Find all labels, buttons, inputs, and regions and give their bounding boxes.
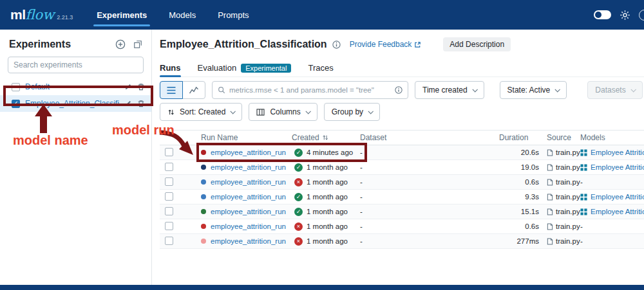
run-duration: 0.6s — [491, 178, 543, 186]
provide-feedback-link[interactable]: Provide Feedback — [350, 40, 422, 49]
table-row[interactable]: employee_attrition_run ✓ 1 month ago - 1… — [160, 160, 644, 175]
run-source[interactable]: train.py — [543, 178, 580, 186]
runs-table-header: Run Name Created Dataset Duration Source… — [160, 130, 644, 145]
sort-dropdown[interactable]: Sort: Created — [160, 103, 242, 121]
run-source[interactable]: train.py — [543, 163, 580, 171]
run-source[interactable]: train.py — [543, 222, 580, 230]
columns-dropdown[interactable]: Columns — [249, 103, 317, 121]
sort-arrows-icon — [167, 109, 175, 116]
add-description-button[interactable]: Add Description — [443, 37, 511, 51]
experiment-name[interactable]: Default — [25, 82, 119, 91]
create-experiment-icon[interactable] — [115, 39, 126, 50]
chart-view-button[interactable] — [182, 81, 205, 99]
row-checkbox[interactable] — [165, 192, 173, 201]
run-source[interactable]: train.py — [543, 149, 580, 156]
chevron-down-icon — [231, 109, 236, 114]
tab-runs[interactable]: Runs — [160, 59, 181, 77]
experiment-checkbox[interactable] — [12, 83, 20, 91]
run-dataset: - — [356, 222, 491, 230]
help-icon[interactable] — [639, 10, 644, 21]
header-dataset[interactable]: Dataset — [356, 133, 491, 142]
nav-tab-prompts[interactable]: Prompts — [207, 0, 260, 30]
run-source-label: train.py — [556, 163, 580, 171]
settings-gear-icon[interactable] — [620, 10, 630, 21]
table-row[interactable]: employee_attrition_run × 1 month ago - 0… — [160, 175, 644, 190]
header-source[interactable]: Source — [543, 133, 580, 142]
run-dataset: - — [356, 193, 491, 201]
run-duration: 15.1s — [491, 208, 543, 215]
source-file-icon — [547, 149, 553, 156]
run-models: - — [580, 178, 644, 186]
source-file-icon — [547, 208, 553, 215]
info-icon[interactable] — [332, 41, 341, 49]
tab-evaluation[interactable]: Evaluation Experimental — [198, 59, 292, 77]
tab-traces[interactable]: Traces — [308, 59, 333, 77]
run-name-link[interactable]: employee_attrition_run — [211, 193, 286, 201]
chevron-down-icon — [555, 87, 560, 92]
runs-table: Run Name Created Dataset Duration Source… — [160, 130, 644, 249]
row-checkbox[interactable] — [165, 177, 173, 186]
run-name-link[interactable]: employee_attrition_run — [211, 237, 286, 245]
run-name-link[interactable]: employee_attrition_run — [211, 163, 286, 171]
edit-pencil-icon[interactable] — [124, 100, 132, 107]
row-checkbox[interactable] — [165, 237, 173, 245]
model-version-link[interactable]: Employee Attrition Mod — [591, 208, 644, 215]
list-view-button[interactable] — [160, 81, 183, 99]
model-version-link[interactable]: Employee Attrition Mod — [591, 193, 644, 201]
delete-trash-icon[interactable] — [137, 83, 145, 91]
header-duration[interactable]: Duration — [491, 133, 543, 142]
run-source[interactable]: train.py — [543, 237, 580, 245]
run-name-link[interactable]: employee_attrition_run — [211, 149, 286, 156]
logo-ml-text: ml — [10, 7, 26, 23]
run-name-link[interactable]: employee_attrition_run — [211, 208, 286, 215]
run-name-link[interactable]: employee_attrition_run — [211, 178, 286, 186]
state-dropdown[interactable]: State: Active — [500, 81, 567, 99]
experiment-item-default[interactable]: Default — [0, 78, 151, 95]
page-title: Employee_Attrition_Classification — [160, 39, 327, 50]
run-name-link[interactable]: employee_attrition_run — [211, 222, 286, 230]
tab-evaluation-label: Evaluation — [198, 63, 237, 73]
run-source-label: train.py — [556, 149, 580, 156]
row-checkbox[interactable] — [165, 207, 173, 215]
edit-pencil-icon[interactable] — [124, 83, 132, 91]
provide-feedback-label: Provide Feedback — [350, 40, 412, 49]
run-models: - — [580, 222, 644, 230]
time-created-dropdown[interactable]: Time created — [415, 81, 484, 99]
datasets-dropdown[interactable]: Datasets — [587, 81, 642, 99]
header-run-name[interactable]: Run Name — [198, 133, 292, 142]
runs-search-input[interactable] — [229, 86, 391, 94]
mlflow-logo[interactable]: mlflow 2.21.3 — [10, 7, 73, 23]
experiment-checkbox[interactable] — [12, 100, 20, 108]
row-checkbox[interactable] — [165, 163, 173, 171]
model-version-link[interactable]: Employee Attrition Mod — [591, 149, 644, 156]
group-by-dropdown[interactable]: Group by — [324, 103, 380, 121]
run-source[interactable]: train.py — [543, 193, 580, 201]
experiment-search-input[interactable] — [14, 60, 138, 69]
header-created[interactable]: Created — [292, 133, 356, 142]
nav-tab-models[interactable]: Models — [158, 0, 207, 30]
table-row[interactable]: employee_attrition_run ✓ 1 month ago - 1… — [160, 204, 644, 219]
theme-toggle[interactable] — [594, 10, 611, 19]
table-row[interactable]: employee_attrition_run ✓ 1 month ago - 9… — [160, 190, 644, 204]
experiment-item-employee-attrition[interactable]: Employee_Attrition_Classification — [0, 95, 151, 112]
source-file-icon — [547, 238, 553, 245]
run-color-dot — [201, 165, 206, 170]
header-models[interactable]: Models — [580, 133, 644, 142]
model-version-link[interactable]: Employee Attrition Mod — [591, 163, 644, 171]
nav-tab-experiments[interactable]: Experiments — [86, 0, 158, 30]
table-row[interactable]: employee_attrition_run ✓ 4 minutes ago -… — [160, 145, 644, 160]
row-checkbox[interactable] — [165, 148, 173, 156]
popout-icon[interactable] — [133, 40, 142, 49]
run-source-label: train.py — [556, 237, 580, 245]
experiment-name[interactable]: Employee_Attrition_Classification — [25, 99, 119, 108]
sort-indicator-icon[interactable] — [322, 134, 328, 141]
run-created-text: 4 minutes ago — [307, 149, 353, 156]
experiment-header: Employee_Attrition_Classification Provid… — [160, 37, 639, 51]
table-row[interactable]: employee_attrition_run × 1 month ago - 0… — [160, 219, 644, 234]
delete-trash-icon[interactable] — [137, 100, 145, 107]
run-source[interactable]: train.py — [543, 208, 580, 215]
table-row[interactable]: employee_attrition_run × 1 month ago - 2… — [160, 234, 644, 249]
row-checkbox[interactable] — [165, 222, 173, 230]
columns-icon — [256, 109, 265, 116]
search-info-icon[interactable] — [395, 86, 402, 94]
